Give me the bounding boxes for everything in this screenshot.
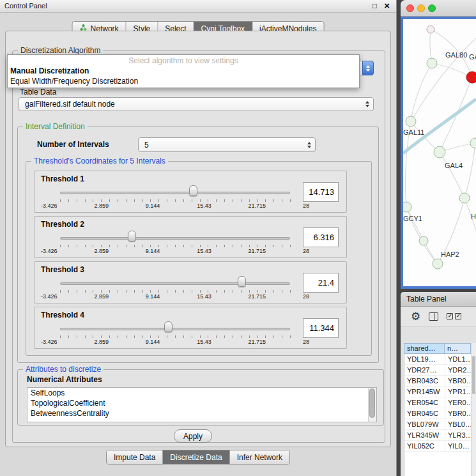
tab-impute-data[interactable]: Impute Data	[107, 450, 163, 464]
threshold-3-slider[interactable]	[60, 279, 290, 288]
slider-thumb[interactable]	[189, 185, 197, 196]
column-header-name[interactable]: n…	[445, 343, 471, 354]
checkbox-icon[interactable]: ✓	[455, 313, 461, 319]
stepper-arrows-icon	[304, 142, 314, 148]
slider-track[interactable]	[60, 282, 290, 285]
threshold-4-value-field[interactable]: 11.344	[303, 318, 339, 338]
network-graph[interactable]: GAL80 GA GAL11 GAL4 GCY1 HAP2 H	[403, 19, 476, 286]
table-row[interactable]: YIL052CYIL0…	[404, 441, 471, 452]
threshold-1-panel: Threshold 1 -3.426 2.859 9.144 15.43 21.…	[34, 171, 347, 213]
close-traffic-light-icon[interactable]	[406, 4, 414, 12]
row-selection-icons[interactable]: ✓ ✓	[447, 313, 461, 319]
table-row[interactable]: YDL19…YDL1…	[404, 354, 471, 365]
slider-track[interactable]	[60, 192, 290, 194]
zoom-traffic-light-icon[interactable]	[428, 4, 436, 12]
list-item-selfloops[interactable]: SelfLoops	[27, 388, 376, 398]
scale-label: -3.426	[41, 339, 58, 345]
column-header-shared-name[interactable]: shared…	[404, 343, 445, 354]
scale-label: -3.426	[41, 203, 58, 209]
scale-label: 15.43	[197, 293, 211, 300]
gear-icon[interactable]: ⚙	[411, 311, 420, 322]
group-title-attributes: Attributes to discretize	[23, 365, 104, 374]
tab-label: Impute Data	[114, 453, 155, 462]
cell-name: YDR2…	[445, 365, 471, 375]
network-node[interactable]	[419, 236, 428, 245]
scrollbar-thumb[interactable]	[369, 388, 375, 418]
threshold-2-slider[interactable]	[60, 233, 290, 242]
group-title-discretization-algorithm: Discretization Algorithm	[18, 46, 103, 55]
threshold-2-label: Threshold 2	[41, 220, 84, 229]
popup-item-manual-discretization[interactable]: Manual Discretization	[8, 66, 359, 77]
scale-label: 28	[303, 248, 309, 254]
tab-discretize-data[interactable]: Discretize Data	[163, 450, 229, 464]
checkbox-icon[interactable]: ✓	[447, 313, 453, 319]
table-panel-titlebar: Table Panel	[401, 292, 476, 307]
numerical-attributes-list[interactable]: SelfLoops TopologicalCoefficient Between…	[27, 387, 377, 422]
scale-label: 15.43	[197, 339, 211, 345]
network-node[interactable]	[470, 138, 476, 148]
group-title-interval-definition: Interval Definition	[23, 122, 88, 131]
network-node[interactable]	[406, 116, 416, 127]
number-of-intervals-label: Number of Intervals	[37, 140, 109, 149]
cell-shared-name: YBR043C	[404, 376, 445, 386]
apply-button[interactable]: Apply	[174, 429, 212, 443]
scale-label: 21.715	[249, 248, 266, 254]
table-row[interactable]: YLR345WYLR3…	[404, 430, 471, 441]
network-node[interactable]	[434, 146, 445, 158]
table-row[interactable]: YDR27…YDR2…	[404, 365, 471, 376]
list-item-topologicalcoefficient[interactable]: TopologicalCoefficient	[27, 398, 376, 408]
cell-name: YBR0…	[445, 376, 471, 386]
scrollbar-thumb[interactable]	[472, 356, 475, 394]
cell-name: YBR0…	[445, 408, 471, 418]
threshold-3-value-field[interactable]: 21.4	[303, 273, 339, 293]
window-title: Control Panel	[4, 2, 47, 10]
table-data-select[interactable]: galFiltered.sif default node	[19, 97, 374, 111]
list-item-betweennesscentrality[interactable]: BetweennessCentrality	[27, 408, 376, 418]
node-label: H	[471, 213, 476, 220]
number-of-intervals-select[interactable]: 5	[138, 137, 316, 152]
list-scrollbar[interactable]	[368, 388, 376, 422]
threshold-4-slider[interactable]	[60, 324, 290, 333]
table-row[interactable]: YER054CYER0…	[404, 397, 471, 408]
tab-infer-network[interactable]: Infer Network	[230, 450, 289, 464]
threshold-1-slider[interactable]	[60, 188, 290, 197]
combo-arrows-icon	[362, 61, 374, 75]
threshold-2-value-field[interactable]: 6.316	[303, 227, 339, 247]
table-panel-title: Table Panel	[406, 295, 447, 303]
cell-shared-name: YBL079W	[404, 419, 445, 429]
interval-definition-group: Interval Definition Number of Intervals …	[17, 127, 379, 363]
threshold-1-value-field[interactable]: 14.713	[303, 182, 339, 202]
table-row[interactable]: YBR043CYBR0…	[404, 376, 471, 387]
threshold-3-panel: Threshold 3 -3.426 2.859 9.144 15.43 21.…	[34, 261, 347, 303]
slider-thumb[interactable]	[238, 276, 246, 287]
cyni-mode-tab-bar: Impute Data Discretize Data Infer Networ…	[106, 450, 290, 464]
network-node[interactable]	[403, 202, 411, 212]
popup-item-equal-width-frequency[interactable]: Equal Width/Frequency Discretization	[8, 77, 359, 87]
slider-tick-marks	[60, 199, 291, 202]
table-row[interactable]: YBR045CYBR0…	[404, 408, 471, 419]
slider-scale-labels: -3.426 2.859 9.144 15.43 21.715 28	[41, 339, 309, 345]
network-canvas[interactable]: GAL80 GA GAL11 GAL4 GCY1 HAP2 H	[401, 17, 476, 289]
slider-track[interactable]	[60, 237, 290, 240]
algorithm-dropdown-popup: Select algorithm to view settings Manual…	[7, 54, 360, 88]
table-row[interactable]: YPR145WYPR1…	[404, 387, 471, 397]
network-node[interactable]	[433, 259, 443, 269]
columns-icon[interactable]	[429, 312, 438, 321]
float-window-icon[interactable]: □	[372, 1, 377, 10]
scale-label: 15.43	[197, 248, 211, 254]
network-node[interactable]	[427, 58, 437, 68]
scale-label: -3.426	[41, 248, 58, 254]
slider-track[interactable]	[60, 328, 290, 330]
minimize-traffic-light-icon[interactable]	[417, 4, 425, 12]
slider-thumb[interactable]	[128, 231, 136, 242]
network-node[interactable]	[427, 26, 434, 33]
close-window-icon[interactable]: ×	[384, 0, 390, 11]
cell-shared-name: YER054C	[404, 397, 445, 408]
network-node-selected[interactable]	[466, 72, 476, 83]
tab-label: Discretize Data	[170, 453, 222, 462]
network-node[interactable]	[459, 193, 470, 203]
table-scrollbar[interactable]	[471, 343, 476, 476]
slider-tick-marks	[60, 290, 291, 293]
slider-thumb[interactable]	[164, 321, 173, 332]
table-row[interactable]: YBL079WYBL0…	[404, 419, 471, 430]
